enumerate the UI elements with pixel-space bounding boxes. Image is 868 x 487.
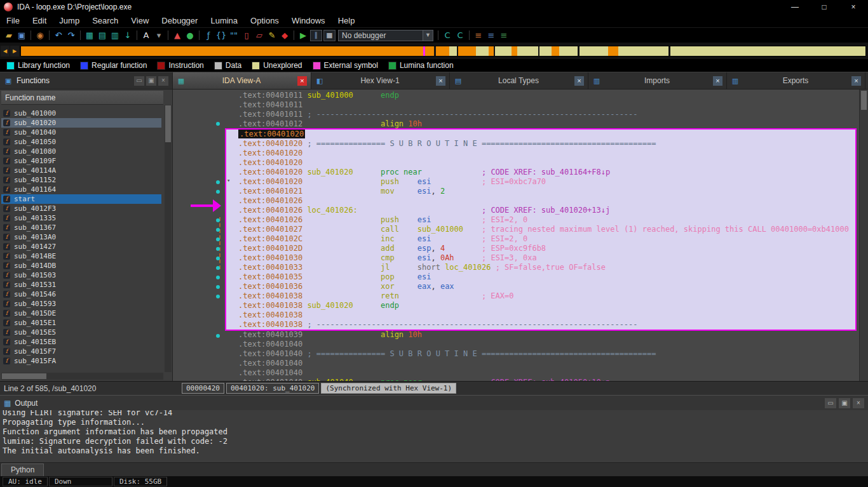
- nav-right-arrow-icon[interactable]: ▶: [10, 46, 19, 57]
- patch-bytes-icon[interactable]: ▱: [253, 29, 266, 42]
- save-database-icon[interactable]: ▣: [15, 29, 28, 42]
- navigate-back-icon[interactable]: ↶: [52, 29, 65, 42]
- menu-windows[interactable]: Windows: [285, 14, 332, 27]
- output-console[interactable]: Using FLIRT signature: SEH for vc7-14Pro…: [0, 410, 868, 462]
- function-row-sub_401546[interactable]: fsub_401546: [1, 290, 161, 299]
- color-instruction-icon[interactable]: ▲: [171, 29, 184, 42]
- ida-view-a-pane[interactable]: .text:00401011 sub_401000 endp.text:0040…: [173, 90, 868, 381]
- menu-edit[interactable]: Edit: [26, 14, 53, 27]
- menu-jump[interactable]: Jump: [53, 14, 86, 27]
- tab-close-icon[interactable]: ×: [713, 76, 722, 86]
- disassembly-line[interactable]: .text:00401036 xor eax, eax: [238, 282, 855, 291]
- disassembly-line[interactable]: .text:00401021 mov esi, 2: [238, 187, 855, 196]
- undefine-icon[interactable]: ▯: [240, 29, 253, 42]
- navigation-band[interactable]: [20, 46, 866, 57]
- tab-close-icon[interactable]: ×: [851, 76, 861, 86]
- reanalyze-icon[interactable]: ◉: [34, 29, 46, 42]
- function-row-sub_401335[interactable]: fsub_401335: [1, 213, 161, 223]
- jump-down-icon[interactable]: ↓: [121, 29, 134, 42]
- open-strings-icon[interactable]: ▥: [109, 29, 121, 42]
- python-tab[interactable]: Python: [1, 464, 44, 476]
- open-enums-icon[interactable]: ▤: [96, 29, 109, 42]
- disassembly-line[interactable]: .text:00401026 loc_401026: ; CODE XREF: …: [238, 206, 855, 215]
- string-literal-icon[interactable]: "": [227, 29, 240, 42]
- disassembly-line[interactable]: .text:00401011 ; -----------------------…: [173, 110, 859, 119]
- disassembly-line[interactable]: .text:00401038 retn ; EAX=0: [238, 291, 855, 301]
- maximize-button[interactable]: □: [810, 0, 839, 14]
- tab-hex-view-1[interactable]: ◧Hex View-1×: [311, 72, 450, 89]
- function-row-sub_401164[interactable]: fsub_401164: [1, 185, 161, 194]
- functions-horizontal-scrollbar[interactable]: [1, 373, 163, 380]
- menu-search[interactable]: Search: [86, 14, 125, 27]
- disassembly-line[interactable]: .text:0040102C inc esi ; ESI=2, 0: [238, 234, 855, 244]
- function-row-sub_401000[interactable]: fsub_401000: [1, 109, 161, 118]
- functions-vertical-scrollbar[interactable]: [165, 105, 172, 372]
- function-row-sub_4014BE[interactable]: fsub_4014BE: [1, 251, 161, 261]
- disassembly-line[interactable]: .text:00401038 sub_401020 endp: [238, 301, 855, 310]
- disassembly-line[interactable]: .text:00401012 align 10h: [173, 119, 859, 129]
- functions-restore-button[interactable]: ▣: [146, 76, 156, 86]
- function-row-sub_4015E1[interactable]: fsub_4015E1: [1, 318, 161, 328]
- function-row-sub_4014DB[interactable]: fsub_4014DB: [1, 261, 161, 270]
- tab-imports[interactable]: ▥Imports×: [588, 72, 727, 89]
- open-structures-icon[interactable]: ▦: [83, 29, 96, 42]
- rename-icon[interactable]: ✎: [266, 29, 278, 42]
- menu-file[interactable]: File: [0, 14, 26, 27]
- function-row-sub_401367[interactable]: fsub_401367: [1, 223, 161, 232]
- disassembly-line[interactable]: .text:00401011: [173, 100, 859, 110]
- disassembly-line[interactable]: .text:00401038 ; -----------------------…: [238, 320, 855, 330]
- menu-lumina[interactable]: Lumina: [204, 14, 244, 27]
- watch-list-icon[interactable]: ≡: [498, 29, 510, 42]
- tab-close-icon[interactable]: ×: [574, 76, 584, 86]
- function-row-sub_4015DE[interactable]: fsub_4015DE: [1, 309, 161, 318]
- function-row-sub_401152[interactable]: fsub_401152: [1, 175, 161, 185]
- function-row-sub_4015F7[interactable]: fsub_4015F7: [1, 347, 161, 356]
- functions-panel-tab[interactable]: ▣ Functions ▭ ▣ ×: [0, 72, 173, 89]
- disassembly-line[interactable]: .text:00401026: [238, 196, 855, 206]
- chevron-down-icon[interactable]: ▼: [423, 30, 433, 41]
- tab-local-types[interactable]: ▤Local Types×: [450, 72, 588, 89]
- tab-close-icon[interactable]: ×: [297, 76, 307, 86]
- navigate-forward-icon[interactable]: ↷: [65, 29, 78, 42]
- stack-view-icon[interactable]: ≡: [485, 29, 498, 42]
- tab-exports[interactable]: ▥Exports×: [727, 72, 865, 89]
- function-row-sub_4015EB[interactable]: fsub_4015EB: [1, 337, 161, 347]
- function-row-sub_4013A0[interactable]: fsub_4013A0: [1, 232, 161, 242]
- tab-ida-view-a[interactable]: ▦IDA View-A×: [173, 72, 311, 89]
- disassembly-line[interactable]: .text:00401020 sub_401020 proc near ; CO…: [238, 168, 855, 177]
- output-dock-button[interactable]: ▭: [825, 398, 836, 408]
- disassembly-line[interactable]: .text:00401039 align 10h: [173, 330, 859, 340]
- output-maximize-button[interactable]: ▣: [839, 398, 850, 408]
- open-file-icon[interactable]: ▰: [3, 29, 15, 42]
- start-process-icon[interactable]: ▶: [297, 29, 309, 42]
- disassembly-line[interactable]: .text:00401040: [173, 359, 859, 368]
- disassembly-line[interactable]: .text:00401040 ; =============== S U B R…: [173, 349, 859, 359]
- function-row-sub_401020[interactable]: fsub_401020: [1, 118, 161, 128]
- disassembly-line[interactable]: .text:00401030 cmp esi, 0Ah ; ESI=3, 0xa: [238, 253, 855, 263]
- set-type-icon[interactable]: {}: [215, 29, 227, 42]
- disassembly-line[interactable]: .text:0040102D add esp, 4 ; ESP=0xc9f6b8: [238, 244, 855, 253]
- menu-view[interactable]: View: [125, 14, 155, 27]
- disassembly-line[interactable]: .text:00401020: [238, 130, 855, 139]
- disassembly-line[interactable]: .text:00401033 jl short loc_401026 ; SF=…: [238, 263, 855, 272]
- function-row-sub_401593[interactable]: fsub_401593: [1, 299, 161, 309]
- function-row-sub_4015E5[interactable]: fsub_4015E5: [1, 328, 161, 337]
- trace-window-icon[interactable]: ≡: [472, 29, 485, 42]
- stop-process-icon[interactable]: ■: [323, 30, 336, 41]
- disassembly-listing[interactable]: .text:00401011 sub_401000 endp.text:0040…: [173, 90, 859, 381]
- disassembly-line[interactable]: .text:00401020: [238, 158, 855, 168]
- function-row-sub_401040[interactable]: fsub_401040: [1, 128, 161, 137]
- font-selector-icon[interactable]: A: [140, 29, 153, 42]
- function-row-sub_401531[interactable]: fsub_401531: [1, 280, 161, 290]
- create-function-icon[interactable]: ƒ: [202, 29, 215, 42]
- function-row-start[interactable]: fstart: [1, 194, 161, 204]
- disassembly-line[interactable]: .text:00401020 push esi ; ESI=0xbc7a70: [238, 177, 855, 187]
- font-dropdown-icon[interactable]: ▾: [153, 29, 165, 42]
- disassembly-line[interactable]: .text:00401011 sub_401000 endp: [173, 91, 859, 100]
- menu-debugger[interactable]: Debugger: [155, 14, 204, 27]
- output-close-button[interactable]: ×: [853, 398, 864, 408]
- functions-vscroll-thumb[interactable]: [165, 105, 171, 142]
- disassembly-line[interactable]: .text:00401040 sub_401040 proc near ; CO…: [173, 378, 859, 381]
- functions-dock-button[interactable]: ▭: [134, 76, 144, 86]
- disassembly-line[interactable]: .text:00401035 pop esi: [238, 272, 855, 282]
